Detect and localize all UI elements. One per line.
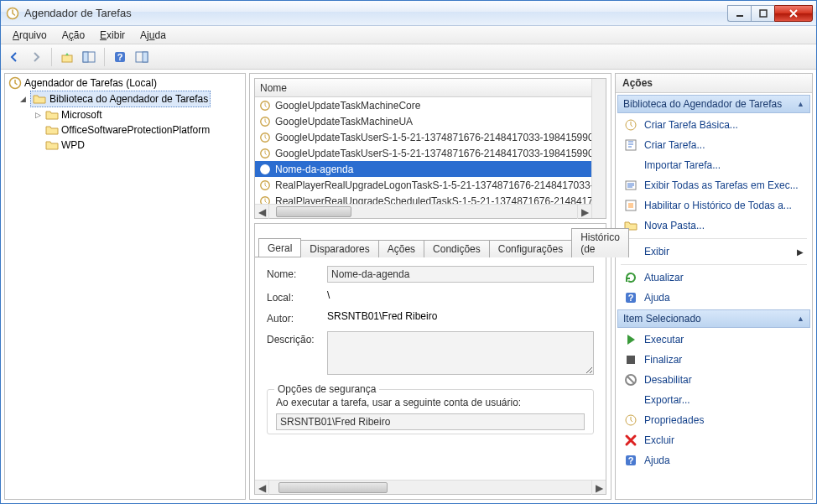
task-row[interactable]: GoogleUpdateTaskUserS-1-5-21-1374871676-… [255,145,591,161]
history-icon [624,199,637,212]
action-importar-tarefa[interactable]: Importar Tarefa... [616,155,812,175]
wizard-icon [624,118,637,132]
folder-icon [45,123,59,137]
close-button[interactable] [774,5,813,22]
tab-acoes[interactable]: Ações [378,240,424,257]
center-pane: Nome GoogleUpdateTaskMachineCoreGoogleUp… [249,73,611,500]
task-row[interactable]: GoogleUpdateTaskUserS-1-5-21-1374871676-… [255,129,591,145]
tab-geral[interactable]: Geral [258,238,301,257]
task-row[interactable]: GoogleUpdateTaskMachineCore [255,97,591,113]
tree-root[interactable]: Agendador de Tarefas (Local) [5,75,245,91]
task-name: Nome-da-agenda [275,164,353,175]
properties-icon [624,413,637,427]
action-exportar[interactable]: Exportar... [616,390,812,410]
clock-icon [258,147,272,160]
action-criar-tarefa[interactable]: Criar Tarefa... [616,135,812,155]
menu-acao[interactable]: Ação [55,28,91,43]
svg-text:?: ? [628,455,634,465]
maximize-button[interactable] [751,5,774,22]
svg-rect-2 [760,10,767,17]
clock-icon [258,195,272,205]
action-excluir[interactable]: Excluir [616,430,812,450]
actions-section-library[interactable]: Biblioteca do Agendador de Tarefas ▲ [617,95,810,113]
task-row[interactable]: Nome-da-agenda [255,161,591,177]
show-hide-tree-button[interactable] [79,47,99,67]
menu-ajuda[interactable]: Ajuda [133,28,173,43]
svg-rect-24 [627,356,635,364]
help-button-toolbar[interactable]: ? [110,47,130,67]
label-autor: Autor: [267,310,327,325]
menu-arquivo[interactable]: Arquivo [6,28,54,43]
action-exibir[interactable]: Exibir▶ [616,242,812,262]
actions-header: Ações [616,74,812,93]
tab-disparadores[interactable]: Disparadores [300,240,378,257]
up-button[interactable] [57,47,77,67]
tree-library[interactable]: Biblioteca do Agendador de Tarefas [30,91,211,107]
tab-content-geral: Nome: Local: \ Autor: SRSNTB01\Fred Ribe… [255,257,606,480]
field-descricao[interactable] [327,331,594,375]
vertical-scrollbar[interactable] [591,79,606,218]
svg-text:?: ? [628,293,634,303]
security-account: SRSNTB01\Fred Ribeiro [276,413,585,430]
minimize-button[interactable] [727,5,751,22]
action-propriedades[interactable]: Propriedades [616,410,812,430]
action-exibir-todas[interactable]: Exibir Todas as Tarefas em Exec... [616,175,812,195]
expand-icon[interactable]: ▷ [34,111,43,120]
clock-icon [258,115,272,128]
menu-exibir[interactable]: Exibir [93,28,132,43]
forward-button[interactable] [26,47,46,67]
horizontal-scrollbar[interactable]: ◀▶ [255,204,591,218]
action-ajuda-2[interactable]: ?Ajuda [616,450,812,470]
task-row[interactable]: RealPlayerRealUpgradeScheduledTaskS-1-5-… [255,193,591,204]
action-nova-pasta[interactable]: Nova Pasta... [616,216,812,236]
clock-icon [258,179,272,192]
action-finalizar[interactable]: Finalizar [616,350,812,370]
disable-icon [624,373,637,387]
action-habilitar-historico[interactable]: Habilitar o Histórico de Todas a... [616,195,812,216]
column-header-nome[interactable]: Nome [255,79,591,97]
action-atualizar[interactable]: Atualizar [616,268,812,288]
tab-condicoes[interactable]: Condições [424,240,490,257]
show-actions-button[interactable] [132,47,152,67]
back-button[interactable] [4,47,24,67]
help-icon: ? [624,291,637,304]
svg-rect-9 [143,52,148,62]
folder-icon [33,92,46,106]
task-row[interactable]: GoogleUpdateTaskMachineUA [255,113,591,129]
action-criar-tarefa-basica[interactable]: Criar Tarefa Básica... [616,115,812,135]
tree-pane: Agendador de Tarefas (Local) ◢ Bibliotec… [4,73,246,500]
details-horizontal-scrollbar[interactable]: ◀▶ [255,480,606,494]
folder-icon [45,138,59,152]
task-name: RealPlayerRealUpgradeScheduledTaskS-1-5-… [275,195,591,205]
delete-icon [624,434,637,447]
actions-pane: Ações Biblioteca do Agendador de Tarefas… [615,73,813,500]
svg-text:?: ? [117,52,123,62]
tree-item-office[interactable]: OfficeSoftwareProtectionPlatform [30,122,245,138]
task-list: Nome GoogleUpdateTaskMachineCoreGoogleUp… [254,78,606,219]
action-executar[interactable]: Executar [616,330,812,350]
security-options-group: Opções de segurança Ao executar a tarefa… [267,389,594,434]
label-descricao: Descrição: [267,331,327,346]
titlebar[interactable]: Agendador de Tarefas [1,1,816,26]
svg-rect-1 [736,15,743,17]
app-icon [6,7,19,20]
details-panel: Geral Disparadores Ações Condições Confi… [254,223,606,495]
task-row[interactable]: RealPlayerRealUpgradeLogonTaskS-1-5-21-1… [255,177,591,193]
collapse-icon[interactable]: ◢ [18,95,28,104]
chevron-right-icon: ▶ [797,247,804,257]
field-nome[interactable] [327,266,594,283]
action-ajuda-1[interactable]: ?Ajuda [616,288,812,308]
tab-historico[interactable]: Histórico (de [571,228,629,257]
help-icon: ? [624,454,637,467]
tab-configuracoes[interactable]: Configurações [489,240,572,257]
security-line: Ao executar a tarefa, usar a seguinte co… [276,397,585,408]
actions-section-item[interactable]: Item Selecionado ▲ [617,309,810,328]
chevron-up-icon: ▲ [797,314,804,323]
window-frame: Agendador de Tarefas Arquivo Ação Exibir… [0,0,817,504]
label-local: Local: [267,289,327,304]
tree-item-microsoft[interactable]: ▷ Microsoft [30,107,245,122]
tabs: Geral Disparadores Ações Condições Confi… [255,224,606,257]
action-desabilitar[interactable]: Desabilitar [616,370,812,390]
tree-item-wpd[interactable]: WPD [30,138,245,153]
clock-icon [258,131,272,144]
